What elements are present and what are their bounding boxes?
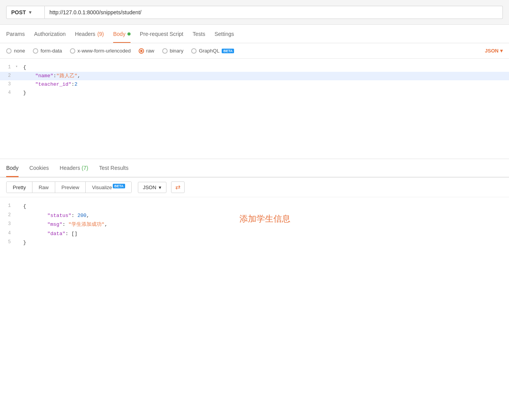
url-input[interactable]: [45, 6, 503, 19]
tab-prerequest[interactable]: Pre-request Script: [140, 25, 183, 42]
tab-settings[interactable]: Settings: [214, 25, 234, 42]
method-chevron: ▾: [29, 10, 31, 15]
res-line-1: 1 {: [0, 202, 509, 211]
response-body-code: 1 { 2 "status": 200, 添加学生信息 3 "msg": "学生…: [0, 197, 509, 274]
visualize-beta-badge: BETA: [113, 184, 125, 188]
option-urlencoded[interactable]: x-www-form-urlencoded: [70, 48, 131, 54]
request-tabs-bar: Params Authorization Headers (9) Body Pr…: [0, 25, 509, 43]
req-line-4: 4 }: [0, 89, 509, 97]
body-active-dot: [127, 32, 131, 36]
format-visualize[interactable]: VisualizeBETA: [86, 182, 131, 193]
req-line-2: 2 "name":"路人乙",: [0, 72, 509, 80]
radio-raw: [139, 48, 144, 54]
request-body-editor[interactable]: 1 ▾ { 2 "name":"路人乙", 3 "teacher_id":2 4…: [0, 59, 509, 159]
wrap-icon: ⇄: [175, 184, 180, 190]
method-selector[interactable]: POST ▾: [6, 6, 45, 19]
option-raw[interactable]: raw: [139, 48, 154, 54]
res-line-5: 5 }: [0, 238, 509, 247]
response-tab-test-results[interactable]: Test Results: [99, 159, 128, 176]
url-bar: POST ▾: [0, 0, 509, 25]
dropdown-chevron: ▾: [159, 185, 161, 190]
response-tab-body[interactable]: Body: [6, 159, 19, 176]
graphql-beta-badge: BETA: [222, 49, 234, 53]
option-binary[interactable]: binary: [162, 48, 183, 54]
tab-headers[interactable]: Headers (9): [75, 25, 104, 42]
headers-badge: (9): [97, 31, 104, 37]
format-raw[interactable]: Raw: [32, 182, 55, 193]
radio-none: [6, 48, 12, 54]
format-preview[interactable]: Preview: [55, 182, 86, 193]
res-line-4: 4 "data": []: [0, 229, 509, 238]
option-graphql[interactable]: GraphQLBETA: [191, 48, 234, 54]
option-form-data[interactable]: form-data: [33, 48, 62, 54]
response-format-group: Pretty Raw Preview VisualizeBETA: [6, 181, 132, 193]
format-pretty[interactable]: Pretty: [7, 182, 32, 193]
option-none[interactable]: none: [6, 48, 25, 54]
json-chevron: ▾: [500, 48, 503, 54]
response-format-bar: Pretty Raw Preview VisualizeBETA JSON ▾ …: [0, 178, 509, 197]
req-line-1: 1 ▾ {: [0, 63, 509, 72]
response-tabs-bar: Body Cookies Headers (7) Test Results: [0, 159, 509, 178]
radio-form-data: [33, 48, 38, 54]
tab-params[interactable]: Params: [6, 25, 25, 42]
radio-graphql: [191, 48, 197, 54]
tab-tests[interactable]: Tests: [193, 25, 205, 42]
response-json-dropdown[interactable]: JSON ▾: [138, 182, 166, 193]
response-headers-badge: (7): [81, 165, 88, 171]
req-line-3: 3 "teacher_id":2: [0, 80, 509, 89]
body-options: none form-data x-www-form-urlencoded raw…: [0, 43, 509, 59]
response-annotation: 添加学生信息: [239, 211, 290, 227]
tab-body[interactable]: Body: [113, 25, 131, 42]
radio-binary: [162, 48, 168, 54]
radio-urlencoded: [70, 48, 75, 54]
wrap-button[interactable]: ⇄: [171, 181, 185, 193]
res-line-2: 2 "status": 200, 添加学生信息: [0, 211, 509, 220]
response-section: Body Cookies Headers (7) Test Results Pr…: [0, 159, 509, 274]
json-type-selector[interactable]: JSON ▾: [485, 48, 503, 54]
response-tab-cookies[interactable]: Cookies: [29, 159, 49, 176]
tab-authorization[interactable]: Authorization: [34, 25, 66, 42]
response-tab-headers[interactable]: Headers (7): [60, 159, 88, 176]
method-label: POST: [11, 9, 26, 15]
